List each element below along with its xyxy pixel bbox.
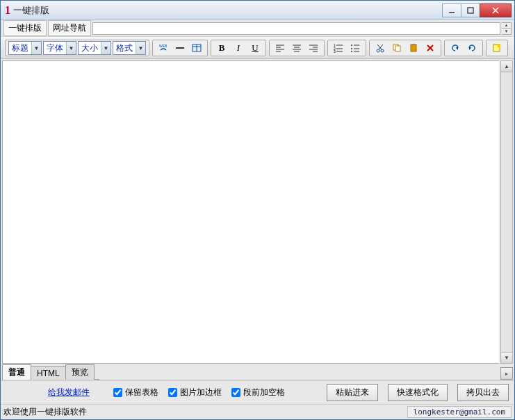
svg-rect-38 [395, 46, 400, 51]
hr-icon[interactable] [172, 41, 188, 55]
undo-icon[interactable] [448, 41, 463, 55]
close-button[interactable] [480, 3, 512, 17]
cut-icon[interactable] [373, 41, 388, 55]
paste-icon[interactable] [406, 41, 421, 55]
minimize-button[interactable] [442, 3, 461, 17]
titlebar: 1 一键排版 [1, 1, 514, 20]
tab-html[interactable]: HTML [31, 366, 66, 380]
italic-icon[interactable]: I [231, 41, 246, 55]
svg-point-29 [351, 48, 352, 49]
main-window: 1 一键排版 一键排版 网址导航 ▲▼ 标题▼ 字体▼ 大小▼ 格式▼ WEB … [0, 0, 515, 420]
text-style-group: 标题▼ 字体▼ 大小▼ 格式▼ [5, 40, 149, 56]
format-combo[interactable]: 格式▼ [113, 41, 146, 55]
link-icon[interactable]: WEB [156, 41, 171, 55]
maximize-button[interactable] [461, 3, 480, 17]
svg-rect-40 [412, 44, 415, 45]
paste-in-button[interactable]: 粘贴进来 [327, 384, 378, 401]
status-message: 欢迎使用一键排版软件 [3, 406, 407, 418]
svg-text:WEB: WEB [159, 44, 167, 48]
svg-point-34 [381, 49, 384, 52]
url-nav-menu[interactable]: 网址导航 [48, 20, 91, 36]
app-icon: 1 [5, 4, 10, 17]
history-group [444, 40, 483, 56]
bottom-bar: 给我发邮件 保留表格 图片加边框 段前加空格 粘贴进来 快速格式化 拷贝出去 [1, 380, 514, 404]
status-email: longkester@gmail.com [407, 406, 512, 418]
svg-marker-44 [469, 46, 471, 50]
svg-point-27 [351, 45, 352, 46]
svg-marker-43 [456, 46, 458, 50]
font-combo[interactable]: 字体▼ [43, 41, 76, 55]
scroll-track[interactable] [501, 72, 512, 352]
list-group: 123 [327, 40, 366, 56]
svg-rect-1 [468, 8, 473, 13]
toolbar: 标题▼ 字体▼ 大小▼ 格式▼ WEB B I U 123 [1, 37, 514, 59]
tab-preview[interactable]: 预览 [65, 364, 95, 380]
size-combo[interactable]: 大小▼ [78, 41, 111, 55]
align-center-icon[interactable] [289, 41, 304, 55]
ordered-list-icon[interactable]: 123 [331, 41, 346, 55]
editor-area: ▲ ▼ [1, 59, 514, 365]
send-email-link[interactable]: 给我发邮件 [48, 387, 90, 398]
tab-normal[interactable]: 普通 [2, 364, 31, 380]
svg-rect-39 [411, 45, 416, 51]
insert-group: WEB [152, 40, 208, 56]
align-left-icon[interactable] [272, 41, 288, 55]
unordered-list-icon[interactable] [348, 41, 363, 55]
tab-scroll-button[interactable]: ▸ [500, 367, 513, 380]
copy-out-button[interactable]: 拷贝出去 [457, 384, 509, 401]
url-spinner[interactable]: ▲▼ [502, 22, 512, 35]
misc-group [486, 40, 508, 56]
align-right-icon[interactable] [306, 41, 321, 55]
tab-spacer [94, 368, 99, 380]
new-doc-icon[interactable] [489, 41, 505, 55]
url-input[interactable] [92, 22, 500, 35]
window-controls [443, 3, 512, 17]
img-border-checkbox[interactable]: 图片加边框 [168, 387, 222, 398]
quick-format-button[interactable]: 快速格式化 [388, 384, 448, 401]
clipboard-group [369, 40, 441, 56]
window-title: 一键排版 [13, 4, 443, 17]
underline-icon[interactable]: U [247, 41, 263, 55]
align-group [269, 40, 325, 56]
copy-icon[interactable] [389, 41, 404, 55]
heading-combo[interactable]: 标题▼ [8, 41, 42, 55]
bold-icon[interactable]: B [214, 41, 229, 55]
redo-icon[interactable] [464, 41, 480, 55]
svg-point-31 [351, 51, 352, 52]
editor[interactable] [2, 60, 499, 364]
menubar: 一键排版 网址导航 ▲▼ [1, 20, 514, 37]
statusbar: 欢迎使用一键排版软件 longkester@gmail.com [1, 404, 514, 419]
format-group: B I U [211, 40, 266, 56]
format-menu[interactable]: 一键排版 [3, 20, 47, 36]
tabbar: 普通 HTML 预览 ▸ [1, 365, 514, 380]
table-icon[interactable] [189, 41, 204, 55]
svg-point-33 [377, 49, 379, 52]
para-space-checkbox[interactable]: 段前加空格 [231, 387, 285, 398]
vertical-scrollbar[interactable]: ▲ ▼ [500, 60, 513, 364]
keep-table-checkbox[interactable]: 保留表格 [113, 387, 158, 398]
svg-text:3: 3 [334, 49, 336, 53]
scroll-down-icon[interactable]: ▼ [501, 352, 512, 363]
scroll-up-icon[interactable]: ▲ [501, 61, 512, 72]
svg-point-46 [498, 45, 501, 48]
delete-icon[interactable] [423, 41, 438, 55]
